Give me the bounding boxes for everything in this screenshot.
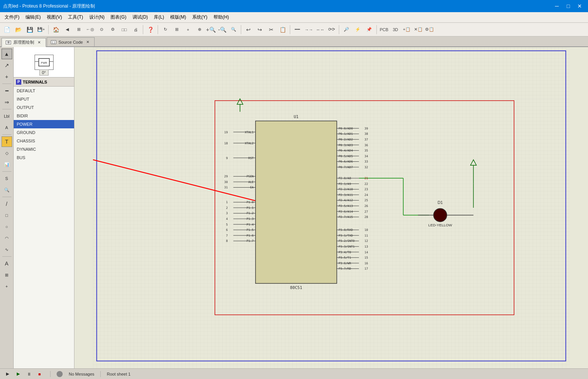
menu-tools[interactable]: 工具(T) [65, 13, 86, 22]
pcb-button[interactable]: PCB [379, 24, 389, 35]
canvas-area[interactable]: U1 XTAL1 19 XTAL2 18 RST 9 PSEN [74, 47, 588, 368]
netlist-button[interactable]: ↻ [160, 24, 171, 35]
svg-text:P3.1/TXD: P3.1/TXD [338, 234, 353, 237]
model-button[interactable]: 3D [390, 24, 401, 35]
step-button[interactable]: ▶ [14, 370, 23, 378]
marker-tool[interactable]: + [2, 281, 12, 292]
minimize-button[interactable]: ─ [552, 1, 562, 11]
origin-button[interactable]: ⊕ [194, 24, 205, 35]
svg-text:17: 17 [365, 267, 368, 270]
back-button[interactable]: ◀ [62, 24, 73, 35]
zoom-fit-button[interactable]: 🔍 [228, 24, 239, 35]
schematic-tab-close[interactable]: ✕ [36, 40, 42, 45]
terminal-power[interactable]: POWER [14, 120, 74, 128]
maximize-button[interactable]: □ [563, 1, 574, 11]
terminal-bus[interactable]: BUS [14, 153, 74, 162]
pin-tool[interactable]: ◇ [2, 148, 12, 158]
tab-schematic[interactable]: ⊞ 原理图绘制 ✕ [2, 38, 46, 47]
menu-library[interactable]: 库(L) [151, 13, 167, 22]
board-button[interactable]: ⊞ [73, 24, 84, 35]
sheet-label: Root sheet 1 [107, 372, 130, 376]
probe-button[interactable]: 🔎 [341, 24, 352, 35]
menu-help[interactable]: 帮助(H) [210, 13, 232, 22]
svg-text:39: 39 [365, 127, 368, 130]
tab-sourcecode[interactable]: { } Source Code ✕ [47, 37, 95, 46]
label-tool[interactable]: Lbl [2, 111, 12, 122]
home-button[interactable]: 🏠 [51, 24, 61, 35]
svg-text:P1.2: P1.2 [247, 212, 254, 215]
menu-edit[interactable]: 编辑(E) [22, 13, 44, 22]
redo-button[interactable]: ↪ [254, 24, 265, 35]
compile-button[interactable]: ⚙ [107, 24, 118, 35]
settings-button[interactable]: ⚙📋 [424, 24, 435, 35]
new-button[interactable]: 📄 [2, 24, 12, 35]
terminal-tool[interactable]: T [2, 136, 12, 147]
close-button[interactable]: ✕ [574, 1, 585, 11]
terminal-bidir[interactable]: BIDIR [14, 112, 74, 120]
svg-text:U1: U1 [294, 114, 299, 119]
text-tool[interactable]: A [2, 122, 12, 133]
terminal-input[interactable]: INPUT [14, 95, 74, 103]
open-button[interactable]: 📂 [13, 24, 24, 35]
svg-point-131 [433, 208, 447, 222]
component-panel: PWR 0° P TERMINALS DEFAULT INPUT OUTPUT … [14, 47, 74, 368]
text-place-tool[interactable]: A [2, 258, 12, 269]
add-button[interactable]: +📋 [401, 24, 412, 35]
menu-file[interactable]: 文件(F) [2, 13, 22, 22]
center-button[interactable]: + [183, 24, 193, 35]
rotate-button[interactable]: ⟳⟳ [326, 24, 337, 35]
instrument-tool[interactable]: S [2, 173, 12, 184]
line-draw-tool[interactable]: / [2, 199, 12, 209]
symbol-tool[interactable]: ⊞ [2, 270, 12, 280]
line-button[interactable]: ━━ [292, 24, 303, 35]
sourcecode-tab-close[interactable]: ✕ [85, 39, 90, 45]
terminal-default[interactable]: DEFAULT [14, 87, 74, 95]
menu-graph[interactable]: 图表(G) [107, 13, 129, 22]
arc-tool[interactable]: ◠ [2, 233, 12, 243]
menu-debug[interactable]: 调试(D) [130, 13, 151, 22]
terminal-ground[interactable]: GROUND [14, 128, 74, 137]
select-tool[interactable]: ▲ [2, 49, 12, 59]
svg-text:P1.3: P1.3 [247, 217, 254, 221]
print-button[interactable]: 🖨 [130, 24, 141, 35]
menu-template[interactable]: 模版(M) [167, 13, 189, 22]
undo-button[interactable]: ↩ [243, 24, 254, 35]
mirror-button[interactable]: ↔↔ [315, 24, 326, 35]
zoom-in-button[interactable]: +🔍 [205, 24, 216, 35]
terminal-output[interactable]: OUTPUT [14, 103, 74, 112]
grid-button[interactable]: ⊞ [171, 24, 182, 35]
polyline-tool[interactable]: ∿ [2, 244, 12, 255]
bus-tool[interactable]: ⇒ [2, 97, 12, 107]
zoom-out-button[interactable]: -🔍 [217, 24, 228, 35]
save-button[interactable]: 💾 [24, 24, 35, 35]
terminal-chassis[interactable]: CHASSIS [14, 137, 74, 145]
play-button[interactable]: ▶ [3, 370, 12, 378]
menu-view[interactable]: 视图(V) [44, 13, 65, 22]
probe-tool[interactable]: 🔍 [2, 185, 12, 195]
arrow-button[interactable]: →→ [303, 24, 314, 35]
terminal-dynamic[interactable]: DYNAMIC [14, 145, 74, 153]
junction-tool[interactable]: + [2, 71, 12, 82]
cut-button[interactable]: ✂ [266, 24, 277, 35]
menu-design[interactable]: 设计(N) [86, 13, 108, 22]
zoom-next-button[interactable]: ⊙ [96, 24, 107, 35]
zoom-prev-button[interactable]: ←◎ [85, 24, 95, 35]
box-tool[interactable]: □ [2, 210, 12, 221]
circle-tool[interactable]: ○ [2, 221, 12, 232]
svg-text:LED-YELLOW: LED-YELLOW [428, 223, 452, 227]
stop-button[interactable]: ■ [35, 370, 44, 378]
copy-button[interactable]: 📋 [277, 24, 288, 35]
pause-button[interactable]: ⏸ [24, 370, 33, 378]
script-button[interactable]: ⚡ [352, 24, 363, 35]
wire-tool[interactable]: ━ [2, 85, 12, 96]
component-button[interactable]: □□ [119, 24, 130, 35]
save-all-button[interactable]: 💾+ [36, 24, 46, 35]
svg-text:P2.1/A9: P2.1/A9 [338, 182, 351, 186]
help-btn[interactable]: ❓ [145, 24, 156, 35]
menu-system[interactable]: 系统(Y) [189, 13, 210, 22]
graph-tool[interactable]: 📊 [2, 159, 12, 170]
remove-button[interactable]: ✕📋 [413, 24, 424, 35]
mark-button[interactable]: 📌 [364, 24, 375, 35]
svg-text:10: 10 [365, 228, 368, 232]
component-place-tool[interactable]: ↗ [2, 60, 12, 71]
